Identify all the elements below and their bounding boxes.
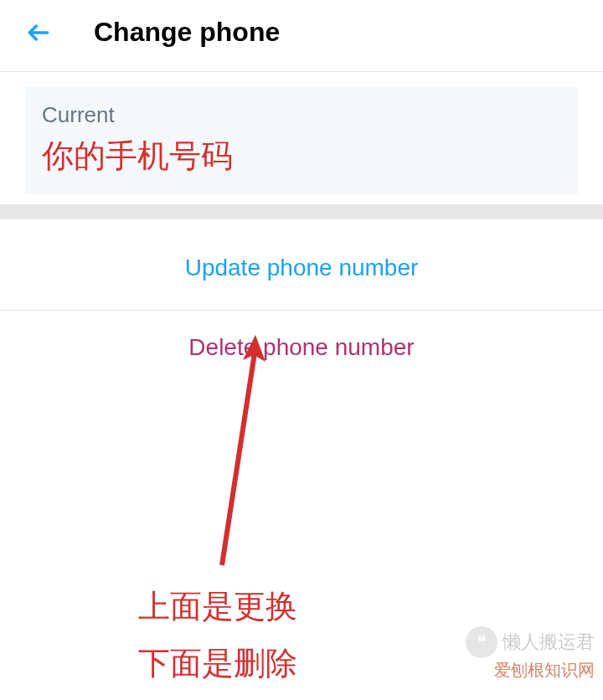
phone-annotation-text: 你的手机号码	[42, 135, 561, 178]
explanation-line-2: 下面是删除	[138, 635, 297, 692]
header: Change phone	[0, 0, 603, 71]
page-title: Change phone	[94, 17, 280, 48]
update-phone-button[interactable]: Update phone number	[185, 255, 419, 281]
divider	[0, 71, 603, 72]
current-phone-field[interactable]: Current 你的手机号码	[25, 87, 578, 194]
wechat-icon: ❝	[466, 626, 497, 658]
watermark-text-1: 懒人搬运君	[502, 630, 595, 655]
explanation-annotation: 上面是更换 下面是删除	[138, 578, 297, 692]
watermark-1: ❝ 懒人搬运君	[466, 626, 595, 658]
watermark-2: 爱刨根知识网	[494, 659, 595, 682]
current-label: Current	[42, 102, 561, 128]
delete-section: Delete phone number	[0, 311, 603, 386]
delete-phone-button[interactable]: Delete phone number	[188, 334, 414, 360]
explanation-line-1: 上面是更换	[138, 578, 297, 635]
back-arrow-icon[interactable]	[25, 19, 52, 46]
update-section: Update phone number	[0, 219, 603, 310]
section-separator	[0, 204, 603, 219]
